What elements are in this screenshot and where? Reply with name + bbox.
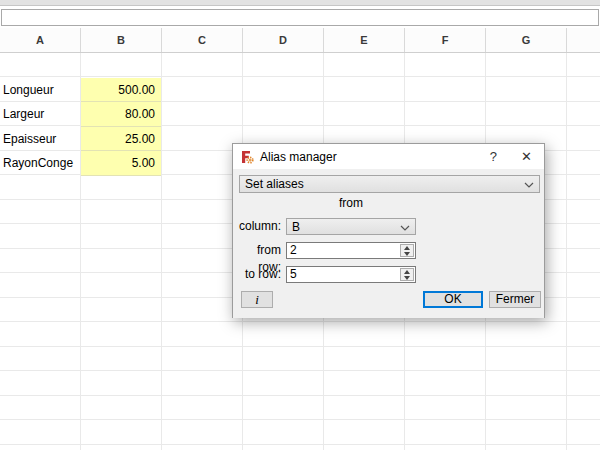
chevron-down-icon [524,177,534,191]
spreadsheet-window: A B C D E F G Longueur 500.00 Largeur 80… [0,0,600,450]
chevron-down-icon [400,220,410,234]
column-row: column: B [233,218,544,235]
toolbar-edge [0,0,600,6]
spin-down-icon[interactable] [404,276,410,280]
spinner-buttons[interactable] [400,268,414,281]
dialog-title: Alias manager [260,150,337,164]
mode-select[interactable]: Set aliases [239,175,540,193]
spinner-buttons[interactable] [400,244,414,257]
cell-B2[interactable]: 500.00 [81,78,161,103]
cell-B3[interactable]: 80.00 [81,102,161,127]
ok-button[interactable]: OK [423,291,483,308]
column-header-b[interactable]: B [81,28,162,52]
dialog-body: Set aliases from column: B from row: [233,169,544,318]
cell-A5[interactable]: RayonConge [0,151,80,176]
cell-A4[interactable]: Epaisseur [0,127,80,152]
cell-A3[interactable]: Largeur [0,102,80,127]
info-button[interactable]: i [241,291,273,308]
help-button[interactable]: ? [490,144,497,169]
to-row-label: to row: [233,266,281,283]
from-row-spinbox[interactable]: 2 [286,242,416,259]
spin-up-icon[interactable] [404,246,410,250]
spin-up-icon[interactable] [404,270,410,274]
from-row-value: 2 [290,243,297,258]
from-row-row: from row: 2 [233,242,544,259]
column-header-d[interactable]: D [243,28,324,52]
alias-manager-dialog: Alias manager ? ✕ Set aliases from colum… [232,143,545,318]
section-label: from [286,196,416,211]
column-header-a[interactable]: A [0,28,81,52]
column-select[interactable]: B [286,218,416,235]
column-select-value: B [292,220,400,234]
to-row-row: to row: 5 [233,266,544,283]
column-header-f[interactable]: F [405,28,486,52]
column-header-e[interactable]: E [324,28,405,52]
cell-content-input[interactable] [1,9,599,26]
cell-A2[interactable]: Longueur [0,78,80,103]
column-header-row: A B C D E F G [0,28,600,53]
cell-B5[interactable]: 5.00 [81,151,161,176]
dialog-titlebar[interactable]: Alias manager ? ✕ [233,144,544,169]
fermer-button[interactable]: Fermer [489,291,541,308]
column-header-g[interactable]: G [486,28,567,52]
spin-down-icon[interactable] [404,252,410,256]
column-header-partial[interactable] [567,28,600,52]
close-icon[interactable]: ✕ [521,144,532,169]
to-row-value: 5 [290,267,297,282]
column-label: column: [233,218,281,235]
freecad-icon [240,150,254,164]
column-header-c[interactable]: C [162,28,243,52]
mode-select-value: Set aliases [245,177,524,191]
to-row-spinbox[interactable]: 5 [286,266,416,283]
cell-B4[interactable]: 25.00 [81,127,161,152]
